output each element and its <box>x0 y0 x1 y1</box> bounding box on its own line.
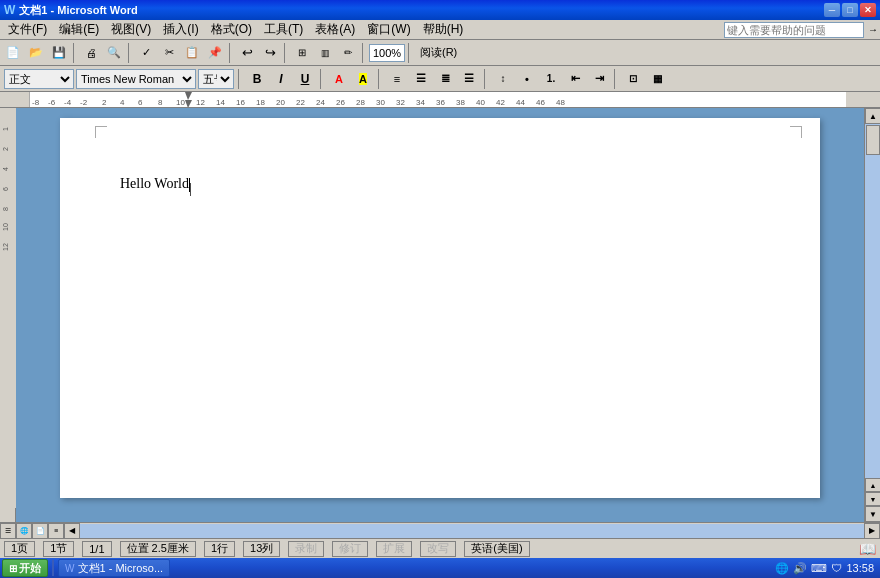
justify-icon: ☰ <box>464 72 474 85</box>
cut-button[interactable]: ✂ <box>158 42 180 64</box>
taskbar: ⊞ 开始 W 文档1 - Microso... 🌐 🔊 ⌨ 🛡 13:58 <box>0 558 880 578</box>
font-select[interactable]: Times New Roman <box>76 69 196 89</box>
numbered-list-button[interactable]: 1. <box>540 68 562 90</box>
border-button[interactable]: ⊡ <box>622 68 644 90</box>
copy-button[interactable]: 📋 <box>181 42 203 64</box>
columns-button[interactable]: ▥ <box>314 42 336 64</box>
drawing-button[interactable]: ✏ <box>337 42 359 64</box>
table-button[interactable]: ⊞ <box>291 42 313 64</box>
scroll-thumb[interactable] <box>866 125 880 155</box>
toolbar-separator-1 <box>73 43 77 63</box>
help-search-input[interactable] <box>724 22 864 38</box>
indent-more-icon: ⇥ <box>595 72 604 85</box>
svg-text:10: 10 <box>2 223 9 231</box>
fmt-separator-2 <box>320 69 324 89</box>
indent-less-icon: ⇤ <box>571 72 580 85</box>
tray-icon-keyboard: ⌨ <box>811 562 827 575</box>
style-select[interactable]: 正文 <box>4 69 74 89</box>
scroll-page-down[interactable]: ▼ <box>865 492 880 506</box>
menu-help[interactable]: 帮助(H) <box>417 19 470 40</box>
indent-more-button[interactable]: ⇥ <box>588 68 610 90</box>
svg-text:2: 2 <box>2 147 9 151</box>
bullet-list-button[interactable]: • <box>516 68 538 90</box>
menu-table[interactable]: 表格(A) <box>309 19 361 40</box>
h-scroll-track[interactable] <box>80 524 864 538</box>
paste-button[interactable]: 📌 <box>204 42 226 64</box>
line-spacing-button[interactable]: ↕ <box>492 68 514 90</box>
font-size-select[interactable]: 五号 <box>198 69 234 89</box>
new-icon: 📄 <box>6 46 20 59</box>
menu-file[interactable]: 文件(F) <box>2 19 53 40</box>
svg-text:6: 6 <box>138 98 143 107</box>
scroll-left-button[interactable]: ◀ <box>64 523 80 539</box>
spell-check-button[interactable]: ✓ <box>135 42 157 64</box>
svg-text:30: 30 <box>376 98 385 107</box>
svg-text:1: 1 <box>2 127 9 131</box>
svg-text:26: 26 <box>336 98 345 107</box>
save-icon: 💾 <box>52 46 66 59</box>
save-button[interactable]: 💾 <box>48 42 70 64</box>
status-mod: 修订 <box>332 541 368 557</box>
print-button[interactable]: 🖨 <box>80 42 102 64</box>
scroll-right-button[interactable]: ▶ <box>864 523 880 539</box>
minimize-button[interactable]: ─ <box>824 3 840 17</box>
font-color-button[interactable]: A <box>328 68 350 90</box>
help-search-arrow[interactable]: → <box>868 24 878 35</box>
menu-edit[interactable]: 编辑(E) <box>53 19 105 40</box>
menu-insert[interactable]: 插入(I) <box>157 19 204 40</box>
fmt-separator-4 <box>484 69 488 89</box>
read-mode-button[interactable]: 阅读(R) <box>415 42 462 64</box>
menu-tools[interactable]: 工具(T) <box>258 19 309 40</box>
status-page-of: 1/1 <box>82 541 111 557</box>
menu-window[interactable]: 窗口(W) <box>361 19 416 40</box>
align-center-button[interactable]: ☰ <box>410 68 432 90</box>
svg-text:18: 18 <box>256 98 265 107</box>
maximize-button[interactable]: □ <box>842 3 858 17</box>
highlight-button[interactable]: A <box>352 68 374 90</box>
menu-format[interactable]: 格式(O) <box>205 19 258 40</box>
document-text[interactable]: Hello World| <box>120 173 770 194</box>
fmt-separator-1 <box>238 69 242 89</box>
title-text: W 文档1 - Microsoft Word <box>4 3 138 18</box>
close-button[interactable]: ✕ <box>860 3 876 17</box>
undo-button[interactable]: ↩ <box>236 42 258 64</box>
undo-icon: ↩ <box>242 45 253 60</box>
align-right-button[interactable]: ≣ <box>434 68 456 90</box>
scroll-track[interactable] <box>865 124 880 478</box>
scroll-page-up[interactable]: ▲ <box>865 478 880 492</box>
indent-less-button[interactable]: ⇤ <box>564 68 586 90</box>
taskbar-word-task[interactable]: W 文档1 - Microso... <box>58 559 170 577</box>
print-preview-button[interactable]: 🔍 <box>103 42 125 64</box>
new-button[interactable]: 📄 <box>2 42 24 64</box>
standard-toolbar: 📄 📂 💾 🖨 🔍 ✓ ✂ 📋 📌 ↩ <box>0 40 880 66</box>
align-left-button[interactable]: ≡ <box>386 68 408 90</box>
bold-button[interactable]: B <box>246 68 268 90</box>
menu-bar: 文件(F) 编辑(E) 视图(V) 插入(I) 格式(O) 工具(T) 表格(A… <box>0 20 880 40</box>
taskbar-separator <box>52 560 54 576</box>
scroll-down-button[interactable]: ▼ <box>865 506 880 522</box>
outline-view-button[interactable]: ≡ <box>48 523 64 539</box>
svg-text:34: 34 <box>416 98 425 107</box>
zoom-input[interactable]: 100% <box>369 44 405 62</box>
italic-button[interactable]: I <box>270 68 292 90</box>
numbered-list-icon: 1. <box>547 73 555 84</box>
redo-button[interactable]: ↪ <box>259 42 281 64</box>
shading-button[interactable]: ▦ <box>646 68 668 90</box>
justify-button[interactable]: ☰ <box>458 68 480 90</box>
svg-text:36: 36 <box>436 98 445 107</box>
svg-text:-6: -6 <box>48 98 56 107</box>
underline-button[interactable]: U <box>294 68 316 90</box>
paste-icon: 📌 <box>208 46 222 59</box>
scroll-up-button[interactable]: ▲ <box>865 108 880 124</box>
document-area[interactable]: Hello World| <box>16 108 864 522</box>
tray-icon-sound: 🔊 <box>793 562 807 575</box>
view-buttons: ☰ 🌐 📄 ≡ <box>0 523 64 539</box>
start-button[interactable]: ⊞ 开始 <box>2 559 48 577</box>
web-view-button[interactable]: 🌐 <box>16 523 32 539</box>
normal-view-button[interactable]: ☰ <box>0 523 16 539</box>
status-ext: 扩展 <box>376 541 412 557</box>
open-button[interactable]: 📂 <box>25 42 47 64</box>
menu-view[interactable]: 视图(V) <box>105 19 157 40</box>
title-bar: W 文档1 - Microsoft Word ─ □ ✕ <box>0 0 880 20</box>
page-view-button[interactable]: 📄 <box>32 523 48 539</box>
